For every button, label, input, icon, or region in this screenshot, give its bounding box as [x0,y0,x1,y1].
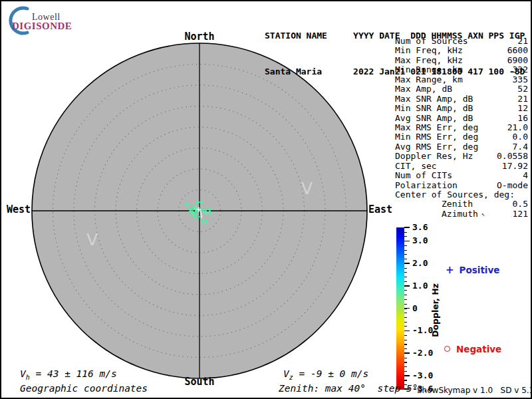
param-label: Avg SNR Amp, dB [395,114,473,123]
param-value: 6600 [507,46,528,55]
compass-north-label: North [182,31,217,43]
param-row: Avg SNR Amp, dB16 [395,114,528,123]
param-row: Zenith0.5 [395,200,528,209]
param-label: Min SNR Amp, dB [395,104,473,113]
colorbar-tick-label: 1.0 [412,281,428,291]
param-row: Min SNR Amp, dB12 [395,104,528,113]
positive-label: Positive [460,265,500,275]
param-value: 0.5 [513,200,528,209]
vz-symbol: V [283,368,289,379]
negative-label: Negative [456,344,501,354]
param-label: Azimuth↖ [395,209,485,219]
param-label: Polarization [395,181,458,190]
param-value: 121 [513,209,528,219]
param-label: Max Range, km [395,75,463,84]
param-value: 4 [523,171,528,180]
colorbar-tick-label: 3.0 [412,235,428,245]
colorbar-tick [404,263,410,264]
param-label: Max SNR Amp, dB [395,94,473,104]
param-row: Avg RMS Err, deg7.4 [395,142,528,152]
colorbar-tick [404,241,410,242]
param-value: 12 [517,104,528,113]
parameter-panel: Num of Sources21Min Freq, kHz6600Max Fre… [395,37,528,219]
colorbar-tick [404,352,410,354]
param-row: Min RMS Err, deg0.0 [395,132,528,142]
param-row: Min Freq, kHz6600 [395,46,528,55]
param-row: Num of CITs4 [395,171,528,180]
param-value: 17.92 [502,162,528,171]
param-value: 0.0 [513,132,528,142]
param-value: 21 [517,37,528,46]
param-label: CIT, sec [395,162,437,171]
colorbar-tick-label: 0 [412,303,418,313]
param-row: Max Amp, dB52 [395,84,528,94]
colorbar-tick [404,308,410,309]
watermark-v-icon: V [301,179,313,198]
param-value: 52 [517,84,528,94]
version-label: ShowSkymap v 1.0 SD v 5.1 [417,386,529,395]
vertical-velocity-readout: Vz = -9 ± 0 m/s [283,368,368,381]
param-row: Max Freq, kHz6900 [395,56,528,65]
colorbar-tick [404,285,410,287]
param-label: Max Freq, kHz [395,56,463,65]
param-label: Doppler Res, Hz [395,152,473,161]
param-label: Max RMS Err, deg [395,123,478,132]
param-value: 332 [513,65,528,74]
negative-legend: Negative [444,344,501,354]
colorbar-tick-label: 3.6 [412,222,428,232]
param-label: Zenith [395,200,473,209]
param-value: 16 [517,114,528,123]
colorbar-ticks: 3.63.02.01.00-1.0-2.0-3.0-3.6 [404,227,447,390]
vh-symbol: V [20,368,26,379]
param-row: Max Range, km335 [395,75,528,84]
horizontal-velocity-readout: Vh = 43 ± 116 m/s [20,368,117,381]
param-value: 21 [517,94,528,104]
param-label: Max Amp, dB [395,84,452,94]
param-row: Num of Sources21 [395,37,528,46]
param-row: PolarizationO-mode [395,181,528,190]
coordinates-label: Geographic coordinates [20,383,148,394]
colorbar-tick [404,375,410,376]
param-label: Num of Sources [395,37,468,46]
param-label: Min Range, km [395,65,463,74]
param-label: Min Freq, kHz [395,46,463,55]
colorbar-title: Doppler, Hz [430,257,440,364]
colorbar-tick-label: -3.0 [412,370,433,380]
param-row: CIT, sec17.92 [395,162,528,171]
param-row: Min Range, km332 [395,65,528,74]
param-value: 7.4 [513,142,528,152]
param-row: Doppler Res, Hz0.0558 [395,152,528,161]
showskymap-window: V V Lowell DIGISONDE STATION NAME YYYY D… [0,0,532,399]
param-row: Max SNR Amp, dB21 [395,94,528,104]
param-label: Min RMS Err, deg [395,132,478,142]
vh-value: = 43 ± 116 m/s [30,368,117,379]
azimuth-arrow-icon: ↖ [481,211,485,217]
colorbar-tick-label: 2.0 [412,258,428,268]
watermark-v-icon: V [86,230,98,249]
param-row: Max RMS Err, deg21.0 [395,123,528,132]
param-value: O-mode [497,181,528,190]
colorbar-tick [404,227,410,228]
vz-value: = -9 ± 0 m/s [293,368,369,379]
positive-legend: +Positive [446,264,499,276]
logo-digisonde-text: DIGISONDE [12,21,72,32]
plus-icon: + [446,264,454,276]
param-label: Center of Sources, deg: [395,190,515,200]
param-label: Num of CITs [395,171,452,180]
param-value: 6900 [507,56,528,65]
param-row: Azimuth↖121 [395,209,528,219]
circle-icon [444,346,450,352]
compass-west-label: West [7,203,31,215]
zenith-range-label: Zenith: max 40° step 5° [279,383,418,394]
param-value: 21.0 [507,123,528,132]
param-row: Center of Sources, deg: [395,190,528,200]
param-label: Avg RMS Err, deg [395,142,478,152]
compass-south-label: South [182,376,217,388]
param-value: 0.0558 [497,152,528,161]
compass-east-label: East [368,203,392,215]
lowell-digisonde-logo: Lowell DIGISONDE [1,1,94,36]
param-value: 335 [513,75,528,84]
colorbar-gradient [396,227,404,390]
colorbar-tick [404,331,410,332]
